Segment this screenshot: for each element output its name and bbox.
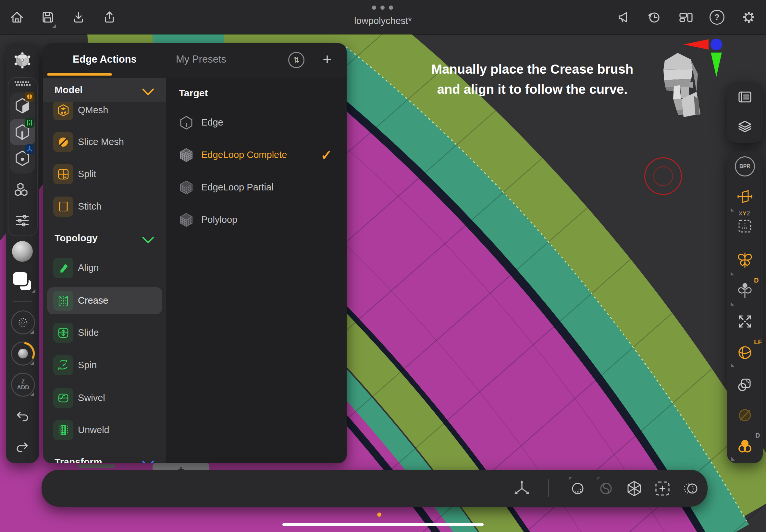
smooth-tool-button[interactable] <box>596 479 616 498</box>
app-screen: Manually place the Crease brush and alig… <box>0 0 766 532</box>
tab-my-presets[interactable]: My Presets <box>166 43 236 76</box>
pinned-symmetry-button[interactable]: D <box>735 281 755 300</box>
action-item-spin[interactable]: Spin <box>43 349 166 381</box>
gizmo-tool-button[interactable] <box>512 478 532 499</box>
home-button[interactable] <box>8 9 25 26</box>
action-item-unweld[interactable]: Unweld <box>43 414 166 446</box>
topology-section-title: Topology <box>55 233 98 244</box>
settings-button[interactable] <box>740 9 757 26</box>
mirror-symmetry-button[interactable] <box>735 250 755 270</box>
spin-icon <box>53 355 73 375</box>
adjustments-button[interactable] <box>14 212 31 229</box>
hidden-scroll-pill[interactable] <box>78 464 115 468</box>
long-press-indicator <box>731 272 734 275</box>
window-dots[interactable] <box>372 6 394 10</box>
falloff-button[interactable] <box>11 310 35 334</box>
target-item-edgeloop-complete[interactable]: EdgeLoop Complete ✓ <box>166 139 346 171</box>
drag-handle-dots[interactable] <box>13 79 31 88</box>
target-item-edgeloop-partial[interactable]: EdgeLoop Partial <box>166 171 346 204</box>
slice-view-button[interactable] <box>736 406 754 424</box>
long-press-indicator <box>32 289 35 293</box>
action-item-stitch[interactable]: Stitch <box>43 190 166 223</box>
home-indicator[interactable] <box>282 523 484 526</box>
redo-icon <box>15 439 30 455</box>
history-button[interactable] <box>646 9 663 26</box>
announcements-button[interactable] <box>616 9 633 26</box>
sliders-icon <box>14 212 31 229</box>
long-press-indicator <box>569 477 572 480</box>
redo-button[interactable] <box>13 438 31 456</box>
zadd-mode-button[interactable]: Z ADD <box>11 373 35 397</box>
material-sphere-button[interactable] <box>12 241 33 262</box>
bpr-label: BPR <box>739 163 750 169</box>
action-item-slice-mesh[interactable]: Slice Mesh <box>43 126 166 158</box>
target-item-label: EdgeLoop Partial <box>201 182 273 193</box>
target-item-edge[interactable]: Edge <box>166 106 346 139</box>
help-button[interactable]: ? <box>710 10 724 25</box>
brush-cursor-inner <box>653 166 673 186</box>
add-object-button[interactable] <box>653 479 672 498</box>
vertex-color-button[interactable]: D <box>736 437 754 455</box>
chevron-down-icon <box>142 455 154 463</box>
symmetry-plane-button[interactable] <box>736 188 754 206</box>
undo-button[interactable] <box>13 407 31 425</box>
snap-rotate-icon <box>736 376 753 393</box>
import-button[interactable] <box>70 9 87 26</box>
scene-button[interactable] <box>13 51 31 69</box>
lowfreq-view-button[interactable]: LF <box>736 343 754 361</box>
right-display-rail: BPR XYZ D LF <box>727 151 763 463</box>
action-item-slide[interactable]: Slide <box>43 317 166 349</box>
axis-y-arrow <box>711 53 722 77</box>
frame-view-button[interactable] <box>736 312 754 331</box>
model-section-header[interactable]: Model <box>43 78 166 102</box>
snap-rotation-button[interactable] <box>736 375 754 393</box>
long-press-indicator <box>30 330 34 334</box>
move-gizmo-icon <box>513 479 531 498</box>
add-preset-button[interactable]: + <box>318 50 336 68</box>
history-icon <box>646 9 662 25</box>
falloff-icon <box>17 316 30 329</box>
zadd-bottom-label: ADD <box>17 385 29 391</box>
layers-icon <box>737 119 753 135</box>
action-item-split[interactable]: Split <box>43 158 166 190</box>
axis-snap-button[interactable]: XYZ <box>734 211 756 236</box>
layout-button[interactable] <box>677 9 694 26</box>
edgeloop-partial-icon <box>179 180 194 195</box>
bpr-render-button[interactable]: BPR <box>735 156 755 176</box>
topology-section-header[interactable]: Topology <box>43 225 166 250</box>
color-swatch-button[interactable] <box>13 272 32 292</box>
gear-icon <box>741 9 757 25</box>
axis-gizmo[interactable] <box>675 29 730 81</box>
axis-x-label: X <box>739 211 743 217</box>
qmesh-badge-icon <box>26 93 33 100</box>
mask-tool-button[interactable] <box>568 479 588 498</box>
slice-mesh-icon <box>53 132 73 152</box>
layers-button[interactable] <box>736 118 753 135</box>
butterfly-icon <box>736 251 754 270</box>
export-button[interactable] <box>101 9 118 26</box>
stroke-dial-button[interactable] <box>11 342 35 366</box>
zadd-top-label: Z <box>21 379 25 385</box>
blend-tool-button[interactable] <box>681 479 700 498</box>
long-press-indicator <box>731 364 735 367</box>
chevron-down-icon <box>142 83 154 95</box>
smooth-sphere-icon <box>597 479 615 498</box>
voxel-tool-button[interactable] <box>625 479 644 498</box>
qmesh-icon <box>53 100 73 120</box>
target-item-polyloop[interactable]: Polyloop <box>166 204 346 236</box>
lf-badge: LF <box>754 338 762 346</box>
action-item-swivel[interactable]: Swivel <box>43 382 166 414</box>
transform-section-header[interactable]: Transform <box>43 449 166 463</box>
sort-presets-button[interactable]: ⇅ <box>288 52 304 68</box>
scene-list-button[interactable] <box>736 89 753 105</box>
save-button[interactable] <box>39 9 56 26</box>
instruction-line-1: Manually place the Crease brush <box>422 59 643 79</box>
scene-cube-icon <box>13 51 31 69</box>
page-indicator-dot <box>377 513 381 517</box>
action-item-crease[interactable]: Crease <box>43 284 166 317</box>
action-item-align[interactable]: Align <box>43 252 166 284</box>
polygroups-button[interactable] <box>14 181 31 198</box>
vertex-mode-tool-badge <box>25 144 34 154</box>
tab-edge-actions[interactable]: Edge Actions <box>43 43 166 76</box>
dotted-circles-icon <box>682 479 700 498</box>
